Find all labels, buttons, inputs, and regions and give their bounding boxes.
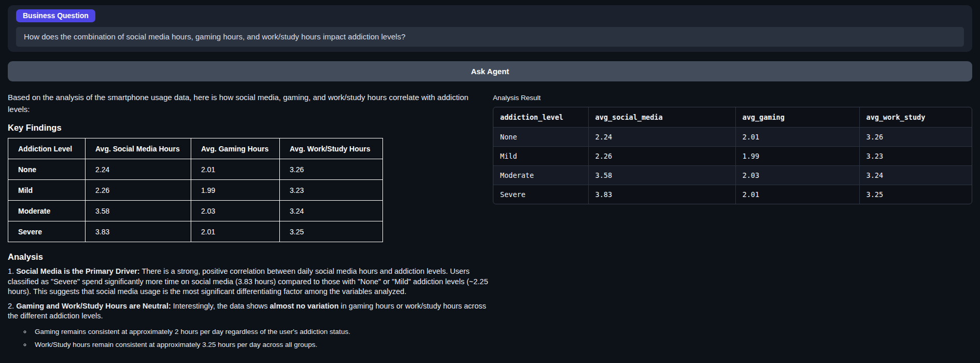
cell-value: 3.58 bbox=[86, 201, 191, 221]
cell-value: 3.26 bbox=[280, 159, 383, 180]
cell-value: 3.25 bbox=[280, 221, 383, 242]
question-input[interactable]: How does the combination of social media… bbox=[16, 27, 964, 47]
table-row: Mild 2.26 1.99 3.23 bbox=[8, 180, 383, 201]
analysis-result-panel: Analysis Result addiction_level avg_soci… bbox=[493, 91, 972, 204]
business-question-badge: Business Question bbox=[16, 9, 95, 22]
intro-text: Based on the analysis of the smartphone … bbox=[8, 91, 485, 115]
col-header-avg-work-study: avg_work_study bbox=[859, 107, 972, 127]
cell-value: 3.24 bbox=[859, 165, 972, 185]
cell-value: 3.25 bbox=[859, 185, 972, 204]
col-header-addiction-level: addiction_level bbox=[493, 107, 588, 127]
cell-value: 2.03 bbox=[735, 165, 859, 185]
analysis-bullet-list: Gaming remains consistent at approximate… bbox=[32, 328, 490, 348]
cell-value: 2.26 bbox=[86, 180, 191, 201]
col-header-work-study: Avg. Work/Study Hours bbox=[280, 138, 383, 159]
analysis-paragraph-2: 2. Gaming and Work/Study Hours are Neutr… bbox=[8, 301, 490, 322]
cell-value: 3.23 bbox=[859, 146, 972, 165]
table-row: Moderate 3.58 2.03 3.24 bbox=[493, 165, 972, 185]
cell-level: None bbox=[8, 159, 86, 180]
list-item: Work/Study hours remain consistent at ap… bbox=[32, 341, 490, 348]
table-header-row: Addiction Level Avg. Social Media Hours … bbox=[8, 138, 383, 159]
cell-value: 2.24 bbox=[588, 127, 735, 146]
cell-value: 2.01 bbox=[191, 221, 280, 242]
col-header-avg-social-media: avg_social_media bbox=[588, 107, 735, 127]
cell-value: 2.24 bbox=[86, 159, 191, 180]
col-header-gaming: Avg. Gaming Hours bbox=[191, 138, 280, 159]
table-row: Severe 3.83 2.01 3.25 bbox=[493, 185, 972, 204]
list-item: Gaming remains consistent at approximate… bbox=[32, 328, 490, 336]
analysis-heading: Analysis bbox=[8, 252, 490, 262]
table-row: Moderate 3.58 2.03 3.24 bbox=[8, 201, 383, 221]
col-header-avg-gaming: avg_gaming bbox=[735, 107, 859, 127]
ask-agent-button[interactable]: Ask Agent bbox=[8, 61, 972, 81]
analysis-paragraph-1: 1. Social Media is the Primary Driver: T… bbox=[8, 267, 490, 297]
cell-value: 3.23 bbox=[280, 180, 383, 201]
cell-value: 1.99 bbox=[191, 180, 280, 201]
agent-answer-panel: Based on the analysis of the smartphone … bbox=[8, 91, 490, 354]
question-card: Business Question How does the combinati… bbox=[8, 5, 972, 52]
cell-value: 3.83 bbox=[86, 221, 191, 242]
key-findings-heading: Key Findings bbox=[8, 123, 490, 133]
table-row: None 2.24 2.01 3.26 bbox=[8, 159, 383, 180]
cell-value: 3.83 bbox=[588, 185, 735, 204]
cell-value: 3.24 bbox=[280, 201, 383, 221]
key-findings-table: Addiction Level Avg. Social Media Hours … bbox=[8, 138, 383, 242]
cell-value: 2.01 bbox=[735, 185, 859, 204]
cell-value: 3.58 bbox=[588, 165, 735, 185]
cell-level: Severe bbox=[493, 185, 588, 204]
cell-value: 2.26 bbox=[588, 146, 735, 165]
main-content: Based on the analysis of the smartphone … bbox=[8, 91, 972, 354]
result-table-container: addiction_level avg_social_media avg_gam… bbox=[493, 107, 972, 204]
cell-level: None bbox=[493, 127, 588, 146]
cell-level: Mild bbox=[493, 146, 588, 165]
table-row: None 2.24 2.01 3.26 bbox=[493, 127, 972, 146]
cell-value: 2.03 bbox=[191, 201, 280, 221]
cell-value: 2.01 bbox=[735, 127, 859, 146]
cell-value: 2.01 bbox=[191, 159, 280, 180]
table-row: Severe 3.83 2.01 3.25 bbox=[8, 221, 383, 242]
col-header-addiction-level: Addiction Level bbox=[8, 138, 86, 159]
cell-level: Severe bbox=[8, 221, 86, 242]
cell-value: 1.99 bbox=[735, 146, 859, 165]
table-row: Mild 2.26 1.99 3.23 bbox=[493, 146, 972, 165]
cell-value: 3.26 bbox=[859, 127, 972, 146]
analysis-result-table: addiction_level avg_social_media avg_gam… bbox=[493, 107, 972, 204]
cell-level: Mild bbox=[8, 180, 86, 201]
col-header-social-media: Avg. Social Media Hours bbox=[86, 138, 191, 159]
table-header-row: addiction_level avg_social_media avg_gam… bbox=[493, 107, 972, 127]
cell-level: Moderate bbox=[8, 201, 86, 221]
cell-level: Moderate bbox=[493, 165, 588, 185]
analysis-result-label: Analysis Result bbox=[493, 94, 972, 102]
